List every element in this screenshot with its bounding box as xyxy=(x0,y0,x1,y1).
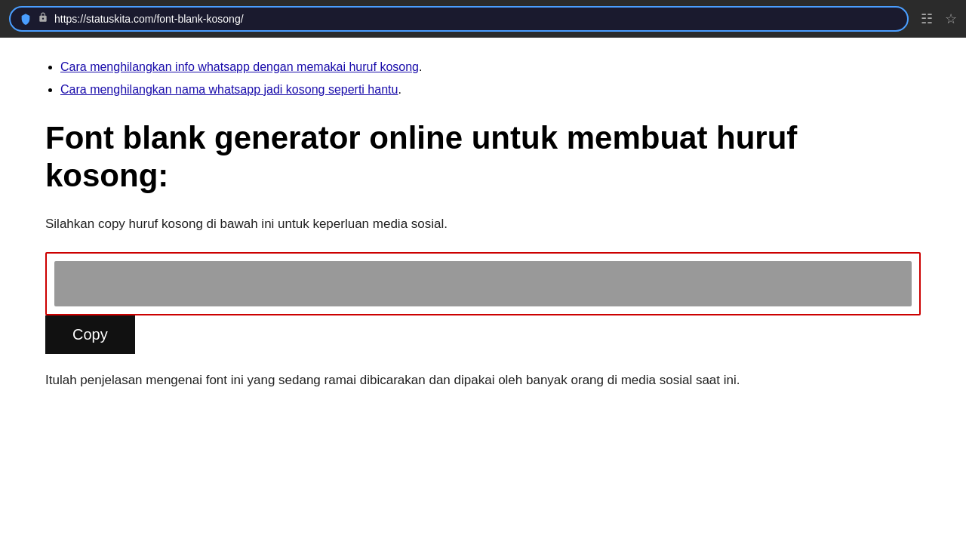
copy-button[interactable]: Copy xyxy=(45,315,135,354)
lock-icon xyxy=(38,12,48,26)
page-content: Cara menghilangkan info whatsapp dengan … xyxy=(0,38,966,423)
description-text: Silahkan copy huruf kosong di bawah ini … xyxy=(45,214,921,234)
link-whatsapp-name[interactable]: Cara menghilangkan nama whatsapp jadi ko… xyxy=(60,83,398,96)
link-suffix-2: . xyxy=(398,83,401,96)
list-item: Cara menghilangkan info whatsapp dengan … xyxy=(60,60,921,74)
browser-actions: ☷ ☆ xyxy=(921,11,957,27)
generator-box: ​ xyxy=(45,252,921,315)
section-heading: Font blank generator online untuk membua… xyxy=(45,119,921,195)
shield-icon xyxy=(20,13,32,25)
button-row: Copy xyxy=(45,315,921,354)
list-item: Cara menghilangkan nama whatsapp jadi ko… xyxy=(60,83,921,97)
link-list: Cara menghilangkan info whatsapp dengan … xyxy=(45,60,921,97)
browser-chrome: https://statuskita.com/font-blank-kosong… xyxy=(0,0,966,38)
link-suffix-1: . xyxy=(419,60,422,73)
bookmark-icon[interactable]: ☆ xyxy=(945,11,957,27)
url-text: https://statuskita.com/font-blank-kosong… xyxy=(54,13,898,25)
font-display-area[interactable]: ​ xyxy=(54,261,912,306)
link-whatsapp-info[interactable]: Cara menghilangkan info whatsapp dengan … xyxy=(60,60,419,73)
footer-text: Itulah penjelasan mengenai font ini yang… xyxy=(45,369,921,392)
address-bar[interactable]: https://statuskita.com/font-blank-kosong… xyxy=(9,6,909,32)
reading-mode-icon[interactable]: ☷ xyxy=(921,11,933,27)
